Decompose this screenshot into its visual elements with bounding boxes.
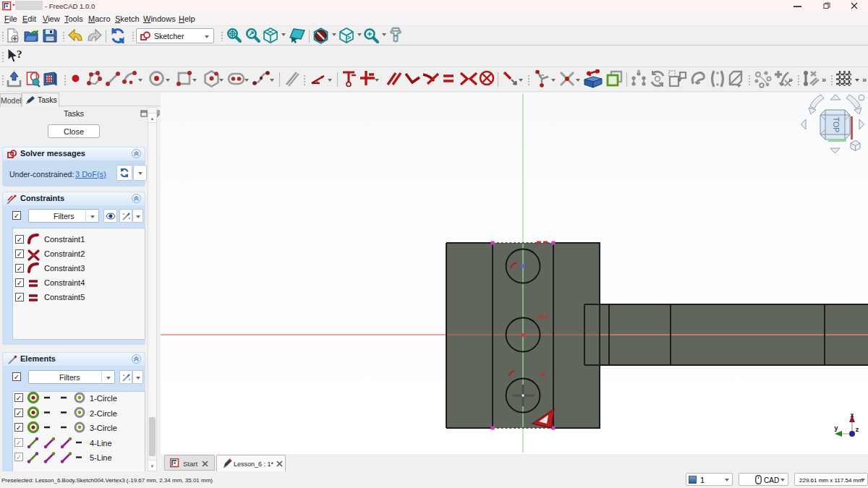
svg-text:x: x xyxy=(850,411,854,419)
svg-text:TOP: TOP xyxy=(832,117,841,132)
svg-text:z: z xyxy=(856,426,859,433)
svg-text:y: y xyxy=(834,424,838,432)
